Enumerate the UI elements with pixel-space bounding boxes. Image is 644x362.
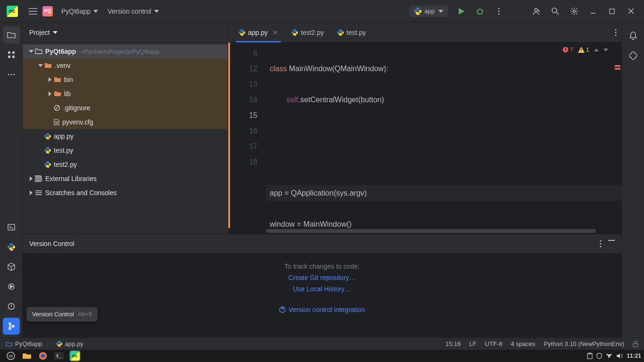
chevron-down-icon[interactable] (37, 64, 44, 67)
vcs-menu[interactable]: Version control (103, 6, 164, 17)
tray-shield-icon[interactable] (596, 353, 602, 359)
file-manager-taskbar-icon[interactable] (19, 351, 35, 361)
tab-test2-py[interactable]: test2.py (285, 23, 330, 42)
cursor-position[interactable]: 15:16 (446, 340, 461, 347)
code-with-me-button[interactable] (527, 2, 546, 21)
version-control-tool-button[interactable] (3, 318, 20, 335)
tab-test-py[interactable]: test.py (330, 23, 372, 42)
terminal-tool-button[interactable] (3, 219, 20, 236)
file-encoding[interactable]: UTF-8 (485, 340, 503, 347)
tabs-more-button[interactable] (615, 29, 617, 36)
error-mark[interactable] (615, 68, 620, 70)
breadcrumb-file[interactable]: app.py (65, 340, 83, 347)
python-console-button[interactable] (3, 239, 20, 255)
line-number: 15 (230, 107, 257, 123)
vc-panel-options-button[interactable] (600, 240, 602, 247)
error-stripe[interactable] (615, 42, 621, 228)
close-window-button[interactable] (621, 2, 640, 21)
indent-setting[interactable]: 4 spaces (511, 340, 535, 347)
scroll-thumb[interactable] (266, 229, 596, 233)
create-git-link[interactable]: Create Git repository… (288, 274, 355, 281)
next-highlight-button[interactable] (603, 49, 608, 51)
warning-count[interactable]: 1 (578, 46, 589, 53)
services-tool-button[interactable] (3, 278, 20, 295)
code-area[interactable]: class MainWindow(QMainWindow): self.setC… (266, 42, 621, 228)
error-mark[interactable] (615, 65, 620, 67)
terminal-taskbar-icon[interactable]: $_ (51, 351, 67, 361)
run-config-selector[interactable]: app (409, 6, 448, 17)
tree-item-pyvenv[interactable]: pyvenv.cfg (23, 115, 228, 129)
chevron-right-icon[interactable] (27, 190, 35, 195)
more-actions-button[interactable] (489, 2, 508, 21)
tray-clipboard-icon[interactable] (587, 353, 593, 359)
tree-item-venv[interactable]: .venv (23, 58, 228, 73)
tree-label: app.py (54, 132, 74, 140)
debug-button[interactable] (471, 2, 489, 21)
python-interpreter[interactable]: Python 3.10 (NewPythonEnv) (544, 340, 624, 347)
tree-item-test-py[interactable]: test.py (23, 143, 228, 157)
project-tool-button[interactable] (3, 26, 20, 43)
tray-volume-icon[interactable] (616, 353, 623, 359)
firefox-taskbar-icon[interactable] (35, 351, 51, 361)
python-icon (414, 8, 421, 15)
code-token: .setCentralWidget(button) (298, 96, 384, 104)
svg-point-20 (12, 325, 14, 327)
svg-point-4 (535, 8, 537, 11)
chevron-right-icon[interactable] (27, 176, 35, 181)
breadcrumb-project[interactable]: PyQt6app (15, 340, 42, 347)
svg-point-5 (552, 8, 557, 13)
tree-root[interactable]: PyQt6app ~/PycharmProjects/PyQt6app (23, 44, 228, 58)
tooltip-shortcut: Alt+9 (78, 311, 92, 318)
tree-item-bin[interactable]: bin (23, 73, 228, 87)
maximize-window-button[interactable] (603, 2, 621, 21)
vc-integration-label: Version control integration (289, 306, 365, 313)
project-switcher[interactable]: PyQt6app (57, 6, 103, 17)
search-button[interactable] (546, 2, 565, 21)
tree-item-test2-py[interactable]: test2.py (23, 157, 228, 172)
editor-hscroll[interactable] (228, 228, 621, 234)
inspections-widget[interactable]: 7 1 (562, 46, 608, 53)
start-menu-button[interactable]: m (3, 351, 19, 361)
python-icon (44, 147, 51, 154)
structure-tool-button[interactable] (3, 46, 20, 63)
editor-area: app.py ✕ test2.py test.py 6 (228, 23, 621, 234)
settings-button[interactable] (565, 2, 584, 21)
vc-panel-body: To track changes to code: Create Git rep… (23, 253, 621, 337)
vc-integration-link[interactable]: Version control integration (279, 306, 365, 313)
notifications-button[interactable] (625, 27, 642, 44)
line-separator[interactable]: LF (469, 340, 476, 347)
tree-item-app-py[interactable]: app.py (23, 129, 228, 143)
chevron-right-icon[interactable] (46, 91, 54, 96)
chevron-down-icon[interactable] (27, 50, 35, 53)
code-token: class (270, 65, 287, 73)
project-panel-header[interactable]: Project (23, 23, 228, 42)
tree-item-external-libs[interactable]: External Libraries (23, 172, 228, 186)
line-number: 17 (230, 139, 257, 154)
pycharm-taskbar-icon[interactable]: PC (67, 351, 83, 361)
minimize-window-button[interactable] (584, 2, 603, 21)
python-packages-button[interactable] (3, 258, 20, 275)
prev-highlight-button[interactable] (594, 49, 599, 51)
close-tab-button[interactable]: ✕ (272, 29, 278, 36)
chevron-right-icon[interactable] (46, 77, 54, 82)
tree-item-gitignore[interactable]: .gitignore (23, 101, 228, 115)
error-count[interactable]: 7 (562, 46, 573, 53)
main-menu-button[interactable] (24, 2, 42, 21)
ai-assistant-button[interactable] (625, 47, 642, 64)
more-tools-button[interactable] (3, 66, 20, 83)
code-token (270, 96, 287, 104)
local-history-link[interactable]: Use Local History… (293, 285, 351, 293)
readonly-lock-icon[interactable] (633, 341, 638, 347)
tree-item-scratches[interactable]: Scratches and Consoles (23, 186, 228, 200)
run-button[interactable] (452, 2, 471, 21)
editor-body[interactable]: 6 12 13 14 15 16 17 18 class MainWindow(… (228, 42, 621, 228)
problems-tool-button[interactable] (3, 298, 20, 315)
tree-item-lib[interactable]: lib (23, 87, 228, 101)
tray-network-icon[interactable] (606, 353, 612, 359)
vc-panel-hide-button[interactable] (608, 240, 615, 247)
taskbar-clock[interactable]: 11:21 (627, 353, 641, 359)
line-number: 13 (230, 76, 257, 92)
project-tree[interactable]: PyQt6app ~/PycharmProjects/PyQt6app .ven… (23, 42, 228, 234)
tab-app-py[interactable]: app.py ✕ (232, 23, 285, 42)
run-config-label: app (424, 8, 435, 15)
